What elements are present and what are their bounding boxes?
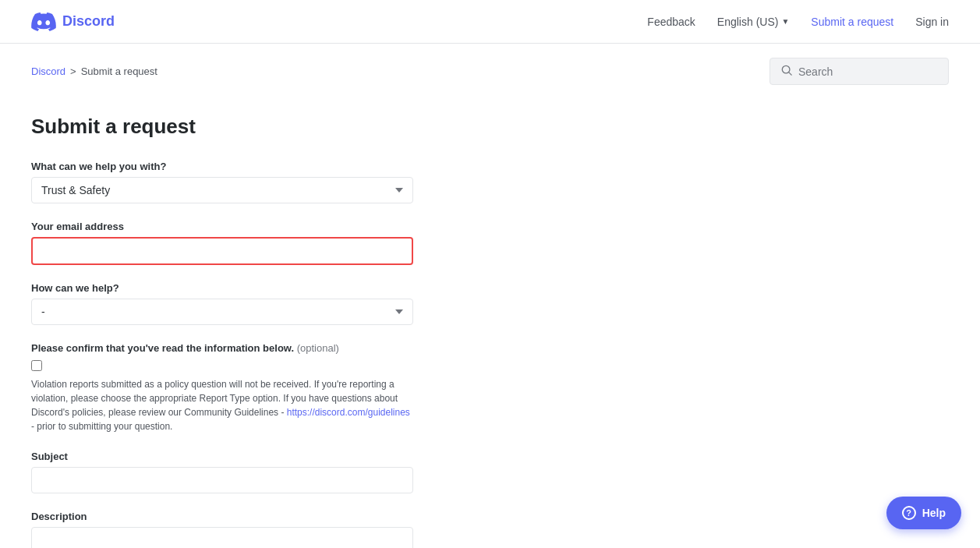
breadcrumb-bar: Discord > Submit a request Search bbox=[0, 44, 980, 99]
language-label: English (US) bbox=[717, 16, 779, 28]
subject-input[interactable] bbox=[31, 467, 413, 493]
help-icon: ? bbox=[902, 506, 916, 520]
confirm-checkbox[interactable] bbox=[31, 360, 42, 371]
confirm-label: Please confirm that you've read the info… bbox=[31, 342, 515, 354]
header-nav: Feedback English (US) ▼ Submit a request… bbox=[647, 16, 949, 28]
svg-line-1 bbox=[789, 72, 792, 76]
breadcrumb-separator: > bbox=[70, 65, 76, 77]
description-label: Description bbox=[31, 511, 515, 522]
search-box[interactable]: Search bbox=[769, 58, 949, 85]
email-group: Your email address bbox=[31, 221, 515, 265]
logo-text: Discord bbox=[62, 13, 115, 30]
confirm-group: Please confirm that you've read the info… bbox=[31, 342, 515, 433]
how-can-we-help-select[interactable]: - bbox=[31, 299, 413, 325]
chevron-down-icon: ▼ bbox=[781, 17, 789, 26]
subject-label: Subject bbox=[31, 451, 515, 462]
breadcrumb-home[interactable]: Discord bbox=[31, 65, 65, 77]
subject-group: Subject bbox=[31, 451, 515, 493]
guidelines-link[interactable]: https://discord.com/guidelines bbox=[287, 407, 410, 418]
main-content: Submit a request What can we help you wi… bbox=[0, 99, 546, 548]
discord-icon bbox=[31, 12, 56, 31]
email-label: Your email address bbox=[31, 221, 515, 232]
help-topic-group: What can we help you with? Trust & Safet… bbox=[31, 161, 515, 203]
search-placeholder: Search bbox=[798, 65, 833, 78]
how-can-we-help-group: How can we help? - bbox=[31, 282, 515, 325]
notice-text: Violation reports submitted as a policy … bbox=[31, 377, 413, 433]
help-button[interactable]: ? Help bbox=[886, 497, 961, 529]
search-icon bbox=[781, 65, 792, 78]
breadcrumb: Discord > Submit a request bbox=[31, 65, 157, 77]
feedback-link[interactable]: Feedback bbox=[647, 16, 695, 28]
confirm-checkbox-group bbox=[31, 359, 515, 371]
description-textarea[interactable] bbox=[31, 527, 413, 548]
email-input[interactable] bbox=[31, 237, 413, 265]
breadcrumb-current: Submit a request bbox=[81, 65, 157, 77]
page-title: Submit a request bbox=[31, 115, 515, 139]
discord-logo[interactable]: Discord bbox=[31, 12, 115, 31]
help-button-label: Help bbox=[922, 507, 946, 519]
help-topic-label: What can we help you with? bbox=[31, 161, 515, 172]
help-topic-select[interactable]: Trust & Safety bbox=[31, 177, 413, 203]
language-selector[interactable]: English (US) ▼ bbox=[717, 16, 790, 28]
submit-request-link[interactable]: Submit a request bbox=[811, 16, 893, 28]
header: Discord Feedback English (US) ▼ Submit a… bbox=[0, 0, 980, 44]
description-group: Description bbox=[31, 511, 515, 548]
optional-badge: (optional) bbox=[297, 342, 339, 354]
how-can-we-help-label: How can we help? bbox=[31, 282, 515, 294]
sign-in-link[interactable]: Sign in bbox=[915, 16, 949, 28]
